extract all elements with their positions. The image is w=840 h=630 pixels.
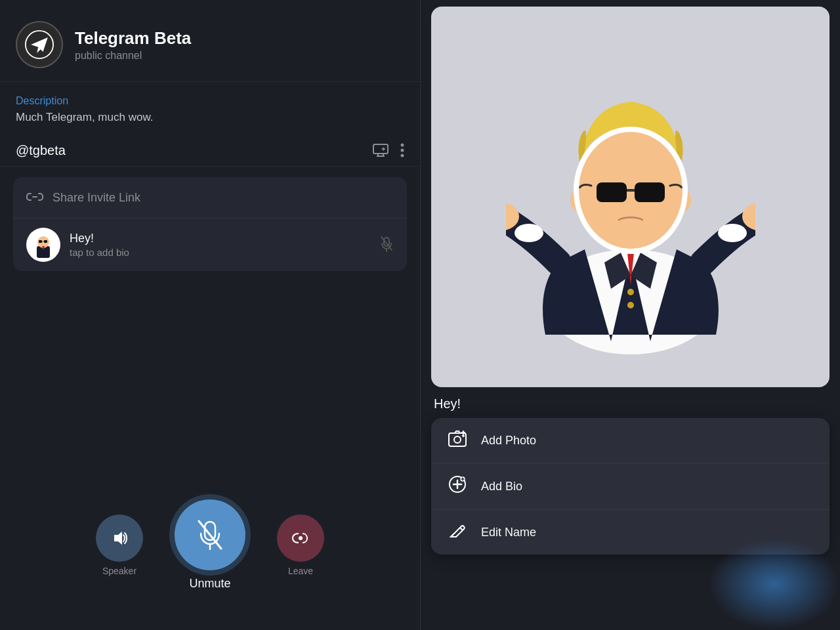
channel-type: public channel [75,50,191,62]
svg-rect-12 [44,240,47,243]
share-invite-link-row[interactable]: Share Invite Link [13,177,407,219]
unmute-button[interactable] [175,499,245,570]
edit-name-icon [447,522,468,543]
svg-point-27 [718,224,747,242]
mute-icon [379,235,394,255]
screen-share-button[interactable] [373,144,388,157]
participant-avatar [26,228,60,262]
add-photo-item[interactable]: Add Photo [431,418,830,463]
channel-name: Telegram Beta [75,28,191,49]
description-label: Description [16,95,404,107]
svg-point-7 [401,154,404,158]
svg-point-38 [462,434,465,437]
invite-link-text: Share Invite Link [52,191,140,205]
add-bio-item[interactable]: Add Bio [431,463,830,510]
mute-group: Unmute [175,499,245,591]
unmute-label: Unmute [189,577,230,591]
svg-point-6 [401,149,404,152]
invite-section: Share Invite Link [13,177,407,271]
username-text: @tgbeta [16,143,66,158]
svg-point-5 [401,144,404,147]
speaker-label: Speaker [102,566,136,576]
username-row: @tgbeta [0,135,420,167]
add-bio-icon [447,475,468,497]
description-text: Much Telegram, much wow. [16,111,404,124]
svg-rect-31 [635,182,665,202]
speaker-group: Speaker [96,514,143,576]
channel-header: Telegram Beta public channel [0,0,420,82]
sticker-card [431,7,830,387]
participant-name: Hey! [70,232,370,245]
control-buttons: Speaker Unmute [96,499,324,591]
svg-rect-1 [373,144,388,154]
participant-info: Hey! tap to add bio [70,232,370,258]
bottom-controls: Speaker Unmute [0,499,420,630]
add-photo-label: Add Photo [481,434,536,448]
description-section: Description Much Telegram, much wow. [0,82,420,135]
channel-info: Telegram Beta public channel [75,28,191,62]
add-bio-label: Add Bio [481,480,522,494]
sticker-svg [506,26,755,368]
speaker-button[interactable] [96,514,143,562]
username-icons [373,142,404,158]
right-panel: Hey! Add Photo [420,0,840,630]
display-name: Hey! [421,387,840,418]
participant-bio: tap to add bio [70,247,370,258]
participant-row[interactable]: Hey! tap to add bio [13,219,407,271]
channel-logo [16,21,63,68]
svg-rect-20 [299,536,303,540]
link-icon [26,189,43,206]
edit-name-item[interactable]: Edit Name [431,510,830,555]
more-options-button[interactable] [400,142,404,158]
left-panel: Telegram Beta public channel Description… [0,0,420,630]
leave-button[interactable] [277,514,324,562]
svg-point-23 [627,302,634,308]
edit-name-label: Edit Name [481,526,536,539]
context-menu: Add Photo Add Bio [431,418,830,555]
svg-point-22 [627,289,634,295]
svg-rect-30 [597,182,627,202]
svg-rect-11 [39,240,42,243]
svg-marker-17 [114,532,122,545]
svg-point-26 [514,224,543,242]
svg-point-37 [454,436,461,443]
add-photo-icon [447,430,468,451]
leave-group: Leave [277,514,324,576]
leave-label: Leave [288,566,313,576]
